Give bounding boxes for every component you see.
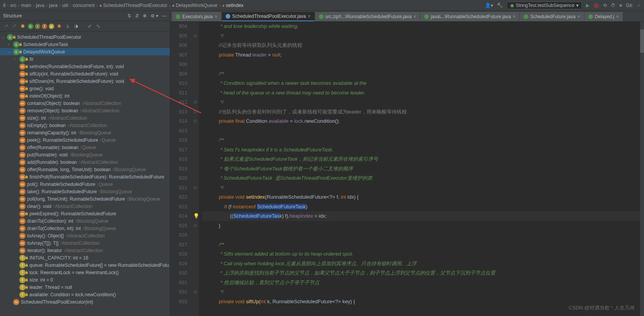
close-icon[interactable]: × [215, 14, 218, 19]
close-icon[interactable]: × [413, 14, 416, 19]
settings-icon[interactable]: ✻ [143, 13, 147, 19]
tree-item[interactable]: ⌄c🔒ScheduledThreadPoolExecutor [0, 33, 170, 41]
editor-tab[interactable]: Executors.java× [172, 12, 221, 21]
tree-item[interactable]: moffer(Runnable): boolean ↑Queue [0, 144, 170, 151]
tree-item[interactable]: mremainingCapacity(): int ↑BlockingQueue [0, 129, 170, 136]
gear-icon[interactable]: ⚙ ▾ [151, 13, 158, 19]
tree-item[interactable]: m🔒grow(): void [0, 85, 170, 92]
filter-icon[interactable]: ⬢ [19, 23, 26, 30]
tree-item[interactable]: m🔒finishPoll(RunnableScheduledFuture): R… [0, 173, 170, 180]
tree-item[interactable]: mtoArray(T[]): T[] ↑AbstractCollection [0, 239, 170, 247]
breadcrumb-item[interactable]: src [10, 3, 20, 8]
structure-hscroll[interactable] [0, 313, 170, 316]
user-icon[interactable]: 👤▾ [485, 3, 493, 8]
fold-icon[interactable]: ⊟ [194, 183, 197, 193]
tree-item[interactable]: moffer(Runnable, long, TimeUnit): boolea… [0, 166, 170, 173]
close-icon[interactable]: × [513, 14, 516, 19]
tree-item[interactable]: misEmpty(): boolean ↑AbstractCollection [0, 122, 170, 129]
tree-item[interactable]: mtake(): RunnableScheduledFuture ↑Blocki… [0, 188, 170, 195]
tree-item[interactable]: mScheduledThreadPoolExecutor(int) [0, 298, 170, 306]
breadcrumb-item[interactable]: 8 [3, 3, 9, 8]
scroll-thumb[interactable] [640, 29, 644, 53]
tree-item[interactable]: mpoll(): RunnableScheduledFuture ↑Queue [0, 180, 170, 188]
tree-item[interactable]: m🔒siftDown(int, RunnableScheduledFuture)… [0, 77, 170, 85]
show-prop-icon[interactable]: p [49, 24, 54, 29]
breadcrumb-item[interactable]: util [62, 3, 71, 8]
editor-tab[interactable]: Delayed.j× [584, 12, 623, 21]
build-icon[interactable]: 🔨 [497, 3, 503, 8]
sort-type-icon[interactable]: ↓ᵇ [11, 23, 18, 30]
fold-icon[interactable]: ⊟ [194, 31, 197, 41]
editor-vscroll[interactable] [640, 22, 644, 316]
tree-item[interactable]: msize(): int ↑AbstractCollection [0, 114, 170, 122]
show-class-icon[interactable]: c [28, 24, 33, 29]
sort-alpha-icon[interactable]: ↓ᵃ [2, 23, 9, 30]
tree-item[interactable]: mclear(): void ↑AbstractCollection [0, 203, 170, 210]
autoscroll2-icon[interactable]: ⤡ [94, 23, 101, 30]
show-inherited-icon[interactable]: ⬢ [56, 23, 63, 30]
bulb-icon[interactable]: 💡 [193, 211, 199, 221]
tree-item[interactable]: mdrainTo(Collection): int ↑BlockingQueue [0, 217, 170, 225]
git-check-icon[interactable]: ✓ [637, 3, 641, 8]
fold-icon[interactable]: ⊟ [194, 117, 197, 126]
tree-item[interactable]: f🔒lock: ReentrantLock = new ReentrantLoc… [0, 269, 170, 276]
tree-item[interactable]: m🔒setIndex(RunnableScheduledFuture, int)… [0, 63, 170, 70]
tree-item[interactable]: ›c🔒ScheduledFutureTask [0, 41, 170, 48]
tree-item[interactable]: mcontains(Object): boolean ↑AbstractColl… [0, 100, 170, 107]
autoscroll-icon[interactable]: ⤢ [86, 23, 93, 30]
tree-item[interactable]: miterator(): Iterator ↑AbstractCollectio… [0, 247, 170, 254]
breadcrumb-item[interactable]: java [36, 3, 48, 8]
tree-item[interactable]: f🔒INITIAL_CAPACITY: int = 16 [0, 254, 170, 261]
tree-item[interactable]: f🔒size: int = 0 [0, 276, 170, 283]
breadcrumb-item[interactable]: ScheduledThreadPoolExecutor [99, 3, 171, 8]
profile-button[interactable]: ⏱ [611, 3, 615, 8]
hide-icon[interactable]: — [162, 13, 167, 19]
editor-tab[interactable]: ScheduledThreadPoolExecutor.java× [222, 12, 315, 21]
tree-item[interactable]: mpoll(long, TimeUnit): RunnableScheduled… [0, 195, 170, 203]
run-config-selector[interactable]: ◉ StringTest.testSubSequence ▾ [507, 2, 582, 9]
close-icon[interactable]: × [308, 14, 311, 19]
breadcrumb-item[interactable]: java [49, 3, 61, 8]
tree-item[interactable]: ⌄c🔒DelayedWorkQueue [0, 48, 170, 55]
breadcrumb-item[interactable]: concurrent [73, 3, 98, 8]
breadcrumb-item[interactable]: DelayedWorkQueue [172, 3, 221, 8]
code-content[interactable]: * and lose leadership while waiting. */ … [199, 22, 644, 316]
editor-tab[interactable]: java\...\RunnableScheduledFuture.java× [420, 12, 519, 21]
tree-item[interactable]: madd(Runnable): boolean ↑AbstractCollect… [0, 158, 170, 166]
tree-item[interactable]: mdrainTo(Collection, int): int ↑Blocking… [0, 225, 170, 232]
anon-icon[interactable]: ◑ [73, 23, 80, 30]
debug-button[interactable]: 🐞 [593, 3, 599, 8]
fold-icon[interactable]: ⊟ [194, 221, 197, 231]
show-field-icon[interactable]: f [42, 24, 47, 29]
fold-icon[interactable]: ⊟ [194, 98, 197, 107]
fold-icon[interactable]: ⊟ [194, 287, 197, 297]
close-icon[interactable]: × [577, 14, 580, 19]
tree-item[interactable]: mput(Runnable): void ↑BlockingQueue [0, 151, 170, 158]
tree-item[interactable]: mpeek(): RunnableScheduledFuture ↑Queue [0, 136, 170, 144]
show-interface-icon[interactable]: I [35, 24, 40, 29]
tree-item[interactable]: m🔒indexOf(Object): int [0, 92, 170, 100]
breadcrumb-item[interactable]: setIndex [222, 3, 243, 8]
run-button[interactable]: ▶ [586, 3, 589, 8]
structure-tree[interactable]: ⌄c🔒ScheduledThreadPoolExecutor›c🔒Schedul… [0, 32, 170, 313]
editor-tab[interactable]: src.zip!\...\RunnableScheduledFuture.jav… [315, 12, 420, 21]
expand-all-icon[interactable]: ⇅ [127, 13, 131, 19]
fold-gutter[interactable]: ⊟⊟⊟⊟⊟💡⊟⊟ [193, 22, 199, 316]
close-icon[interactable]: × [616, 14, 619, 19]
stop-button[interactable]: ■ [619, 3, 622, 8]
fold-icon[interactable]: ⊟ [194, 107, 197, 117]
tree-item[interactable]: ›c🔒Itr [0, 55, 170, 63]
tree-item[interactable]: mremove(Object): boolean ↑AbstractCollec… [0, 107, 170, 114]
tree-item[interactable]: m🔒peekExpired(): RunnableScheduledFuture [0, 210, 170, 217]
collapse-all-icon[interactable]: ⇵ [135, 13, 139, 19]
tree-item[interactable]: m🔒siftUp(int, RunnableScheduledFuture): … [0, 70, 170, 77]
tree-item[interactable]: f🔒leader: Thread = null [0, 283, 170, 291]
lambda-icon[interactable]: λ [64, 23, 71, 30]
code-editor[interactable]: 9049059069079089099109119129139149159169… [170, 22, 644, 316]
tree-item[interactable]: f🔒queue: RunnableScheduledFuture[] = new… [0, 261, 170, 269]
editor-tab[interactable]: ScheduledFuture.java× [520, 12, 584, 21]
coverage-button[interactable]: ⟲ [603, 3, 607, 8]
tree-item[interactable]: mtoArray(): Object[] ↑AbstractCollection [0, 232, 170, 239]
breadcrumb-item[interactable]: main [21, 3, 34, 8]
tree-item[interactable]: f🔒available: Condition = lock.newConditi… [0, 291, 170, 298]
